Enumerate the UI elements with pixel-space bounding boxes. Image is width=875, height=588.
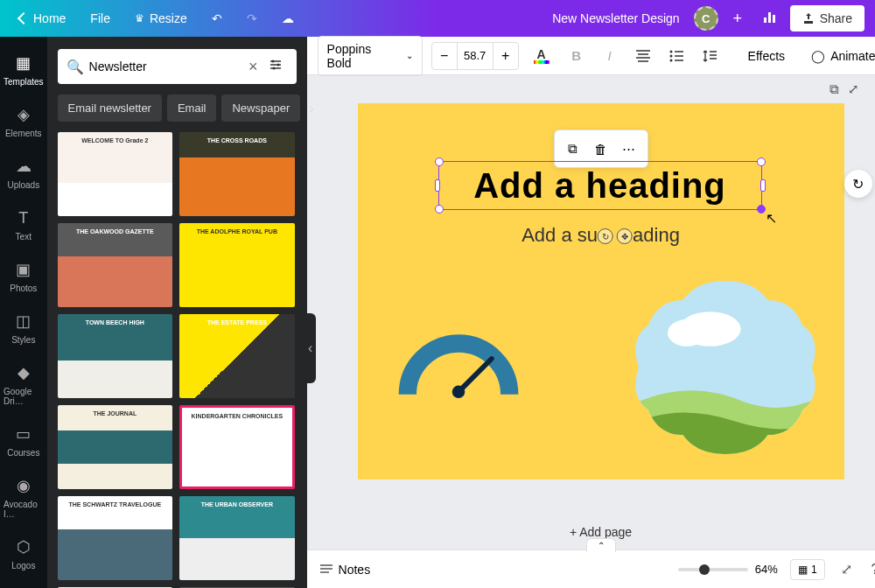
zoom-slider[interactable] [678, 568, 748, 571]
fullscreen-button[interactable]: ⤢ [837, 557, 856, 581]
svg-rect-1 [768, 12, 771, 23]
rail-item-uploads[interactable]: ☁Uploads [0, 149, 47, 197]
gauge-graphic[interactable] [393, 331, 524, 401]
notes-button[interactable]: Notes [319, 563, 371, 577]
font-size-input[interactable] [457, 43, 494, 69]
bold-button[interactable]: B [564, 43, 589, 68]
svg-point-7 [669, 54, 672, 57]
rail-icon: ⬡ [13, 536, 34, 557]
rail-item-templates[interactable]: ▦Templates [0, 46, 47, 94]
file-label: File [90, 11, 110, 25]
decrease-size-button[interactable]: − [432, 43, 457, 69]
search-settings-button[interactable] [263, 52, 288, 81]
template-thumbnail[interactable]: THE CROSS ROADS [179, 132, 295, 216]
search-icon: 🔍 [66, 59, 84, 75]
add-collaborator-button[interactable]: + [725, 6, 750, 31]
user-avatar[interactable]: C [694, 6, 718, 31]
rail-item-logos[interactable]: ⬡Logos [0, 529, 47, 578]
rail-icon: ◫ [13, 311, 34, 332]
zoom-value[interactable]: 64% [755, 563, 778, 576]
bar-chart-icon [762, 9, 778, 24]
search-input[interactable] [84, 60, 248, 74]
home-label: Home [33, 11, 66, 25]
cloud-sync-icon[interactable]: ☁ [273, 6, 303, 31]
home-button[interactable]: Home [10, 6, 74, 31]
zoom-thumb[interactable] [699, 564, 710, 575]
rail-icon: ☁ [13, 156, 34, 177]
font-size-control: − + [431, 42, 519, 70]
rotate-icon[interactable]: ↻ [598, 228, 613, 244]
chip-email[interactable]: Email [167, 94, 217, 122]
animate-button[interactable]: ◯ Animate [802, 44, 875, 68]
template-thumbnail[interactable]: KINDERGARTEN CHRONICLES [179, 405, 295, 489]
file-button[interactable]: File [81, 6, 119, 31]
notes-label: Notes [339, 563, 371, 577]
template-title: THE JOURNAL [58, 410, 173, 416]
list-button[interactable] [664, 45, 689, 67]
template-thumbnail[interactable]: THE ESTATE PRESS [179, 314, 295, 398]
filter-chips: Email newsletterEmailNewspaper› [58, 94, 297, 122]
alignment-button[interactable] [631, 45, 655, 67]
duplicate-page-button[interactable]: ⧉ [830, 81, 839, 97]
page-canvas[interactable]: ⧉ 🗑 ⋯ Add a heading ↖ Add a su↻✥ading [358, 103, 844, 480]
resize-label: Resize [150, 11, 187, 25]
more-element-button[interactable]: ⋯ [616, 136, 642, 162]
rail-label: Courses [7, 448, 39, 458]
template-thumbnail[interactable]: THE URBAN OBSERVER [179, 496, 295, 580]
rail-item-text[interactable]: TText [0, 200, 47, 248]
resize-handle[interactable] [760, 179, 766, 192]
analytics-button[interactable] [757, 4, 783, 33]
template-thumbnail[interactable]: WELCOME TO Grade 2 [58, 132, 173, 216]
font-select[interactable]: Poppins Bold ⌄ [318, 36, 423, 76]
rail-label: Text [16, 232, 32, 242]
rail-icon: ◆ [13, 362, 34, 383]
rail-item-courses[interactable]: ▭Courses [0, 416, 47, 465]
document-title[interactable]: New Newsletter Design [552, 11, 680, 25]
template-thumbnail[interactable]: THE JOURNAL [58, 405, 173, 489]
spacing-button[interactable] [697, 44, 722, 68]
effects-button[interactable]: Effects [739, 44, 794, 68]
chip-email-newsletter[interactable]: Email newsletter [58, 94, 162, 122]
regenerate-button[interactable]: ↻ [844, 170, 872, 198]
resize-handle[interactable] [435, 158, 444, 166]
increase-size-button[interactable]: + [494, 43, 518, 69]
rotate-handle[interactable] [757, 205, 766, 214]
rail-item-photos[interactable]: ▣Photos [0, 252, 47, 300]
heading-text-box[interactable]: Add a heading ↖ [438, 161, 762, 210]
clear-search-button[interactable]: × [248, 58, 258, 76]
redo-button[interactable]: ↷ [238, 6, 266, 31]
italic-button[interactable]: I [598, 43, 622, 68]
rail-label: Templates [4, 77, 44, 87]
rail-item-more[interactable]: ▫ [0, 581, 47, 588]
template-thumbnail[interactable]: THE SCHWARTZ TRAVELOGUE [58, 496, 173, 580]
search-box[interactable]: 🔍 × [58, 49, 297, 84]
template-thumbnail[interactable]: THE OAKWOOD GAZETTE [58, 223, 173, 307]
template-title: TOWN BEECH HIGH [58, 319, 173, 326]
rail-item-avocado-i-[interactable]: ◉Avocado I… [0, 468, 47, 526]
duplicate-element-button[interactable]: ⧉ [560, 136, 586, 162]
landscape-graphic[interactable] [629, 271, 822, 464]
move-icon[interactable]: ✥ [617, 228, 633, 244]
subheading-text[interactable]: Add a su↻✥ading [522, 224, 680, 247]
collapse-bottombar-button[interactable]: ⌃ [586, 538, 616, 552]
chip-newspaper[interactable]: Newspaper [221, 94, 300, 122]
zoom-control: 64% [678, 563, 778, 576]
rail-item-google-dri-[interactable]: ◆Google Dri… [0, 355, 47, 413]
resize-handle[interactable] [435, 205, 444, 214]
text-color-button[interactable]: A [528, 43, 556, 69]
template-thumbnail[interactable]: TOWN BEECH HIGH [58, 314, 173, 398]
resize-handle[interactable] [435, 179, 440, 192]
template-thumbnail[interactable]: THE ADOLPHE ROYAL PUB [179, 223, 295, 307]
page-indicator[interactable]: ▦ 1 [790, 559, 825, 580]
expand-page-button[interactable]: ⤢ [848, 81, 859, 97]
notes-icon [319, 564, 333, 576]
share-button[interactable]: Share [790, 5, 864, 32]
rail-item-elements[interactable]: ◈Elements [0, 97, 47, 145]
help-button[interactable]: ? [868, 558, 875, 581]
delete-element-button[interactable]: 🗑 [588, 136, 614, 162]
rail-item-styles[interactable]: ◫Styles [0, 304, 47, 352]
resize-handle[interactable] [757, 158, 766, 166]
undo-button[interactable]: ↶ [203, 6, 231, 31]
svg-point-5 [272, 66, 275, 69]
resize-button[interactable]: ♛ Resize [126, 6, 196, 31]
